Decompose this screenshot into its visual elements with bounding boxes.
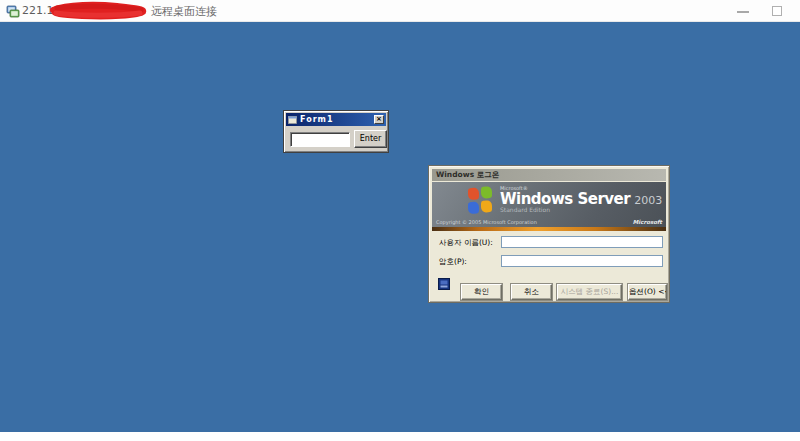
- banner-orange-separator: [432, 227, 666, 231]
- windows-flag-icon: [468, 186, 494, 217]
- logon-dialog-title: Windows 로그온: [432, 169, 666, 181]
- form1-title: Form1: [300, 115, 333, 124]
- cancel-button[interactable]: 취소: [511, 284, 552, 300]
- rdp-client-window: 221.150.1 远程桌面连接 Form1 × En: [0, 0, 800, 441]
- banner-copyright: Copyright © 2005 Microsoft Corporation: [436, 219, 537, 225]
- rdp-icon: [6, 4, 20, 18]
- maximize-icon: [772, 6, 782, 16]
- ok-button[interactable]: 확인: [461, 284, 502, 300]
- username-label: 사용자 이름(U):: [439, 238, 493, 248]
- flag-pane-blue: [468, 201, 479, 214]
- host-title-app: 远程桌面连接: [151, 4, 217, 19]
- host-titlebar: 221.150.1 远程桌面连接: [0, 0, 800, 22]
- form1-enter-button[interactable]: Enter: [354, 130, 387, 148]
- options-button[interactable]: 옵션(O) <<: [628, 284, 667, 300]
- password-label: 암호(P):: [439, 257, 467, 267]
- form-icon: [288, 116, 297, 124]
- flag-pane-red: [468, 187, 479, 200]
- form1-close-button[interactable]: ×: [374, 115, 384, 124]
- keyboard-layout-icon: [438, 278, 450, 290]
- username-input[interactable]: [501, 236, 663, 248]
- password-input[interactable]: [501, 255, 663, 267]
- bottom-margin: [0, 432, 800, 441]
- brand-block: Microsoft® Windows Server 2003 R2 Standa…: [500, 185, 666, 213]
- maximize-button[interactable]: [762, 0, 792, 22]
- form1-window: Form1 × Enter: [283, 110, 389, 153]
- shutdown-button: 시스템 종료(S)...: [557, 284, 622, 300]
- redacted-ip-scribble: [47, 1, 150, 20]
- flag-pane-yellow: [481, 200, 492, 213]
- minimize-button[interactable]: [728, 0, 758, 22]
- form1-titlebar[interactable]: Form1 ×: [286, 113, 386, 126]
- microsoft-logotype: Microsoft: [633, 219, 662, 225]
- logon-banner: Microsoft® Windows Server 2003 R2 Standa…: [432, 182, 666, 227]
- remote-desktop-area: Form1 × Enter Windows 로그온 Microsoft® W: [0, 22, 800, 432]
- windows-logon-dialog: Windows 로그온 Microsoft® Windows Server 20…: [428, 165, 670, 303]
- brand-version: 2003 R2: [634, 194, 666, 207]
- minimize-icon: [737, 11, 749, 13]
- form1-text-input[interactable]: [290, 132, 350, 147]
- flag-pane-green: [481, 186, 492, 199]
